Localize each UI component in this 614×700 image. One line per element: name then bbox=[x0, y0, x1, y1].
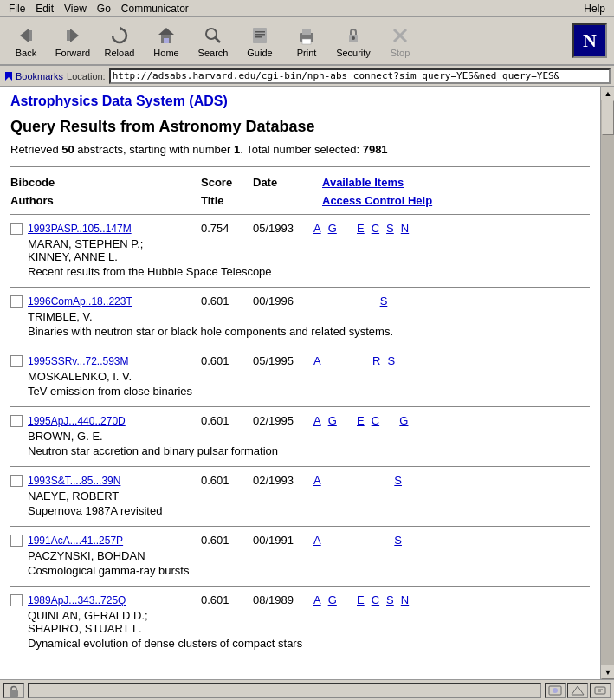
guide-icon bbox=[248, 23, 272, 48]
scroll-down-button[interactable]: ▼ bbox=[601, 665, 614, 679]
divider-2 bbox=[10, 347, 590, 347]
result-checkbox-5[interactable] bbox=[10, 475, 23, 487]
col-score-header: Score bbox=[201, 176, 253, 189]
available-items-link[interactable]: Available Items bbox=[322, 176, 404, 189]
result-link-E-1[interactable]: E bbox=[357, 222, 365, 235]
result-link-E-7[interactable]: E bbox=[357, 593, 365, 606]
list-item: 1995SSRv...72..593M 0.601 05/1995 A R S … bbox=[10, 353, 590, 401]
svg-rect-16 bbox=[302, 39, 311, 44]
print-button[interactable]: Print bbox=[284, 20, 329, 62]
result-checkbox-3[interactable] bbox=[10, 355, 23, 367]
back-button[interactable]: Back bbox=[3, 20, 48, 62]
security-button[interactable]: Security bbox=[331, 20, 376, 62]
result-link-G-7[interactable]: G bbox=[328, 593, 337, 606]
result-checkbox-1[interactable] bbox=[10, 223, 23, 235]
menu-view[interactable]: View bbox=[59, 2, 92, 16]
svg-rect-13 bbox=[255, 36, 262, 38]
access-control-link[interactable]: Access Control Help bbox=[322, 194, 432, 207]
content-scroll: Astrophysics Data System (ADS) Query Res… bbox=[0, 87, 600, 679]
svg-rect-10 bbox=[253, 28, 267, 43]
result-bibcode-4[interactable]: 1995ApJ...440..270D bbox=[28, 415, 201, 427]
result-link-C-7[interactable]: C bbox=[372, 593, 379, 606]
result-link-S-3[interactable]: S bbox=[387, 354, 395, 367]
table-header: Bibcode Score Date Available Items bbox=[10, 172, 590, 192]
col-date-header: Date bbox=[253, 176, 322, 189]
result-checkbox-7[interactable] bbox=[10, 594, 23, 606]
result-link-N-1[interactable]: N bbox=[401, 222, 409, 235]
result-row: 1993PASP..105..147M 0.754 05/1993 A G E … bbox=[10, 220, 590, 237]
result-link-A-5[interactable]: A bbox=[313, 474, 321, 487]
result-link-G-1[interactable]: G bbox=[328, 222, 337, 235]
result-link-E-4[interactable]: E bbox=[357, 414, 365, 427]
scroll-up-button[interactable]: ▲ bbox=[601, 87, 614, 100]
reload-icon bbox=[107, 23, 132, 48]
scrollbar-track[interactable] bbox=[601, 100, 614, 665]
result-bibcode-5[interactable]: 1993S&T....85...39N bbox=[28, 475, 201, 487]
lock-icon bbox=[8, 684, 20, 697]
result-link-A-7[interactable]: A bbox=[313, 593, 321, 606]
home-button[interactable]: Home bbox=[144, 20, 189, 62]
divider-top bbox=[10, 166, 590, 167]
result-date-7: 08/1989 bbox=[253, 593, 313, 606]
svg-marker-2 bbox=[70, 29, 79, 42]
menu-go[interactable]: Go bbox=[92, 2, 116, 16]
menu-communicator[interactable]: Communicator bbox=[116, 2, 194, 16]
result-checkbox-6[interactable] bbox=[10, 535, 23, 547]
menu-edit[interactable]: Edit bbox=[30, 2, 59, 16]
menu-help[interactable]: Help bbox=[578, 2, 611, 16]
result-link-A-3[interactable]: A bbox=[313, 354, 321, 367]
retrieved-text: Retrieved 50 abstracts, starting with nu… bbox=[10, 143, 590, 156]
forward-icon bbox=[61, 23, 85, 48]
result-bibcode-6[interactable]: 1991AcA....41..257P bbox=[28, 535, 201, 547]
result-link-A-4[interactable]: A bbox=[313, 414, 321, 427]
result-bibcode-2[interactable]: 1996ComAp..18..223T bbox=[28, 295, 201, 308]
result-link-S-6[interactable]: S bbox=[394, 534, 402, 547]
page-title[interactable]: Astrophysics Data System (ADS) bbox=[10, 94, 590, 109]
divider-1 bbox=[10, 287, 590, 288]
statusbar bbox=[0, 679, 614, 700]
result-link-A-6[interactable]: A bbox=[313, 534, 321, 547]
search-button[interactable]: Search bbox=[191, 20, 236, 62]
svg-rect-11 bbox=[255, 31, 265, 33]
svg-rect-1 bbox=[29, 30, 32, 41]
guide-button[interactable]: Guide bbox=[237, 20, 282, 62]
result-author-4: BROWN, G. E. bbox=[10, 429, 590, 444]
result-link-S-5[interactable]: S bbox=[394, 474, 402, 487]
scrollbar-thumb[interactable] bbox=[602, 100, 614, 135]
result-date-5: 02/1993 bbox=[253, 474, 313, 487]
svg-marker-5 bbox=[158, 28, 174, 35]
result-links-2: S bbox=[313, 295, 590, 308]
result-checkbox-4[interactable] bbox=[10, 415, 23, 427]
result-row: 1991AcA....41..257P 0.601 00/1991 A S bbox=[10, 532, 590, 548]
result-link-S-2[interactable]: S bbox=[380, 295, 388, 308]
forward-button[interactable]: Forward bbox=[50, 20, 95, 62]
bookmarks-label[interactable]: Bookmarks bbox=[3, 71, 63, 81]
location-label: Location: bbox=[67, 71, 106, 81]
result-links-5: A S bbox=[313, 474, 590, 487]
result-link-S-7[interactable]: S bbox=[386, 593, 394, 606]
divider-6 bbox=[10, 586, 590, 587]
result-link-C-4[interactable]: C bbox=[372, 414, 379, 427]
result-link-S-1[interactable]: S bbox=[386, 222, 394, 235]
result-link-G-4b[interactable]: G bbox=[399, 414, 408, 427]
reload-button[interactable]: Reload bbox=[97, 20, 142, 62]
result-row: 1993S&T....85...39N 0.601 02/1993 A S bbox=[10, 472, 590, 489]
result-bibcode-7[interactable]: 1989ApJ...343..725Q bbox=[28, 594, 201, 606]
stop-button[interactable]: Stop bbox=[378, 20, 423, 62]
table-header-row2: Authors Title Access Control Help bbox=[10, 192, 590, 209]
svg-rect-22 bbox=[10, 690, 18, 697]
menu-file[interactable]: File bbox=[3, 2, 30, 16]
result-link-N-7[interactable]: N bbox=[401, 593, 409, 606]
result-bibcode-1[interactable]: 1993PASP..105..147M bbox=[28, 223, 201, 235]
home-icon bbox=[154, 23, 178, 48]
result-link-C-1[interactable]: C bbox=[372, 222, 379, 235]
result-checkbox-2[interactable] bbox=[10, 295, 23, 308]
statusbar-icon-2 bbox=[567, 683, 588, 698]
result-link-G-4a[interactable]: G bbox=[328, 414, 337, 427]
result-link-R-3[interactable]: R bbox=[372, 354, 380, 367]
result-link-A-1[interactable]: A bbox=[313, 222, 321, 235]
result-score-2: 0.601 bbox=[201, 295, 253, 308]
result-bibcode-3[interactable]: 1995SSRv...72..593M bbox=[28, 355, 201, 367]
url-input[interactable] bbox=[109, 68, 611, 84]
scrollbar[interactable]: ▲ ▼ bbox=[600, 87, 614, 679]
